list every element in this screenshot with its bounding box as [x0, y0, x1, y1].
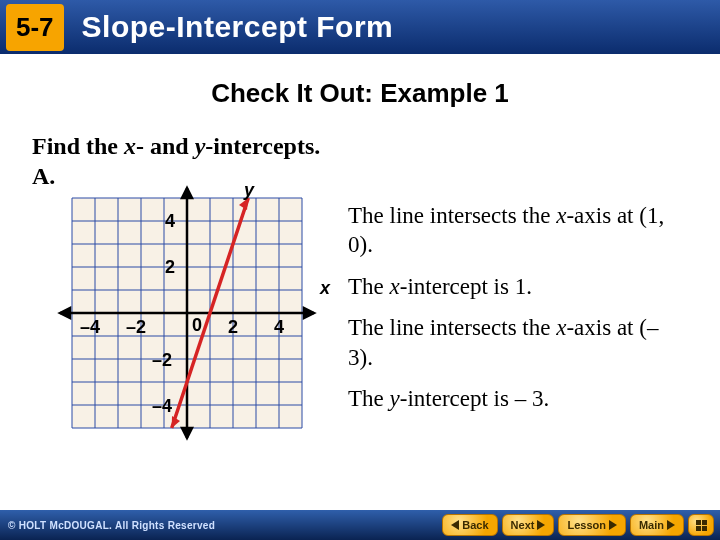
content-area: Check It Out: Example 1 Find the x- and …	[0, 54, 720, 463]
example-heading: Check It Out: Example 1	[32, 78, 688, 109]
tick-label: –2	[126, 317, 146, 337]
svg-marker-25	[60, 308, 70, 318]
note-line-1: The line intersects the x-axis at (1, 0)…	[348, 201, 688, 260]
back-button[interactable]: Back	[442, 514, 497, 536]
problem-text: - and	[136, 133, 195, 159]
tick-label: 4	[274, 317, 284, 337]
triangle-right-icon	[667, 520, 675, 530]
tick-label: –4	[152, 396, 172, 416]
problem-text: Find the	[32, 133, 124, 159]
note-line-2: The x-intercept is 1.	[348, 272, 688, 301]
back-label: Back	[462, 519, 488, 531]
svg-marker-24	[304, 308, 314, 318]
solution-notes: The line intersects the x-axis at (1, 0)…	[348, 201, 688, 426]
tick-label: 0	[192, 315, 202, 335]
next-button[interactable]: Next	[502, 514, 555, 536]
tick-label: 4	[165, 211, 175, 231]
triangle-right-icon	[537, 520, 545, 530]
problem-text: -intercepts.	[205, 133, 320, 159]
lesson-label: Lesson	[567, 519, 606, 531]
copyright-text: © HOLT McDOUGAL. All Rights Reserved	[8, 520, 215, 531]
note-line-3: The line intersects the x-axis at (– 3).	[348, 313, 688, 372]
grid-menu-button[interactable]	[688, 514, 714, 536]
tick-label: 2	[165, 257, 175, 277]
grid-icon	[696, 520, 707, 531]
tick-label: 2	[228, 317, 238, 337]
page-title: Slope-Intercept Form	[82, 10, 394, 44]
svg-marker-27	[182, 428, 192, 438]
graph-figure: y x 4 2 –2 –4 –4 –2 0 2 4	[32, 183, 332, 463]
problem-statement: Find the x- and y-intercepts. A.	[32, 131, 688, 191]
svg-marker-26	[182, 188, 192, 198]
var-x: x	[124, 133, 136, 159]
main-label: Main	[639, 519, 664, 531]
footer-nav: Back Next Lesson Main	[442, 514, 714, 536]
tick-label: –4	[80, 317, 100, 337]
next-label: Next	[511, 519, 535, 531]
main-button[interactable]: Main	[630, 514, 684, 536]
header-bar: 5-7 Slope-Intercept Form	[0, 0, 720, 54]
y-axis-label: y	[243, 183, 255, 200]
lesson-number-badge: 5-7	[6, 4, 64, 51]
note-line-4: The y-intercept is – 3.	[348, 384, 688, 413]
var-y: y	[195, 133, 206, 159]
tick-label: –2	[152, 350, 172, 370]
x-axis-label: x	[319, 278, 331, 298]
lesson-button[interactable]: Lesson	[558, 514, 626, 536]
triangle-left-icon	[451, 520, 459, 530]
coordinate-plane: y x 4 2 –2 –4 –4 –2 0 2 4	[32, 183, 332, 463]
triangle-right-icon	[609, 520, 617, 530]
